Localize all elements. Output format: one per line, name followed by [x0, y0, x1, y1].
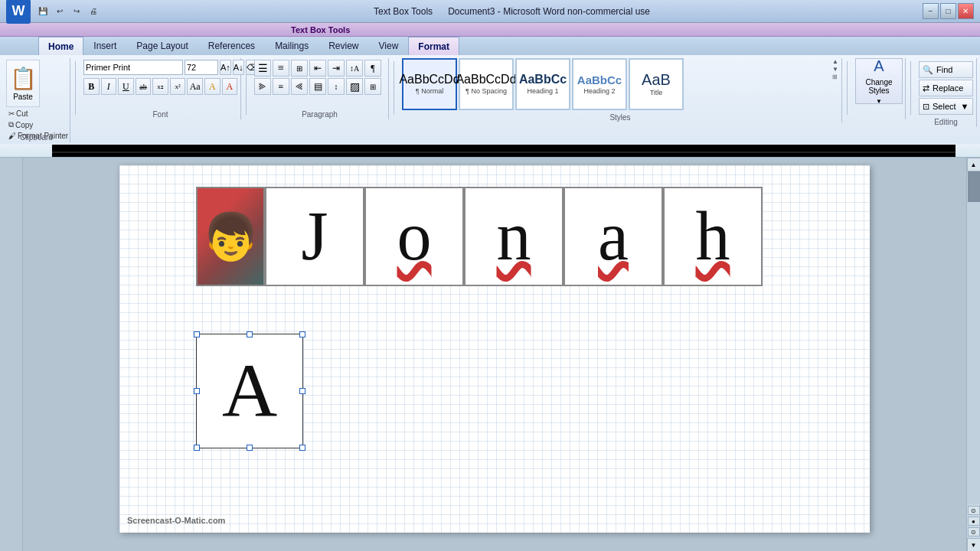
- tab-references[interactable]: References: [198, 37, 265, 55]
- tab-view[interactable]: View: [369, 37, 409, 55]
- tab-page-layout[interactable]: Page Layout: [126, 37, 198, 55]
- handle-top-center[interactable]: [247, 331, 253, 337]
- handle-top-left[interactable]: [194, 331, 200, 337]
- handle-bottom-center[interactable]: [247, 445, 253, 451]
- strikethrough-button[interactable]: ab: [136, 78, 152, 95]
- tab-insert[interactable]: Insert: [83, 37, 126, 55]
- letter-n: n: [497, 202, 531, 271]
- scroll-down-btn[interactable]: ▼: [967, 538, 981, 551]
- letter-card-o[interactable]: o: [364, 187, 464, 286]
- font-size-input[interactable]: [185, 60, 218, 75]
- justify-btn[interactable]: ▤: [309, 78, 326, 95]
- align-center-btn[interactable]: ≡: [273, 78, 289, 95]
- close-btn[interactable]: ✕: [958, 3, 974, 19]
- bold-button[interactable]: B: [83, 78, 100, 95]
- text-box-a[interactable]: A: [196, 334, 303, 448]
- shading-btn[interactable]: ▨: [346, 78, 363, 95]
- show-formatting-btn[interactable]: ¶: [364, 60, 381, 77]
- vertical-scrollbar: ▲ ⊙ ● ⊙ ▼: [966, 158, 980, 551]
- group-change-styles: A Change Styles ▼: [852, 58, 906, 119]
- prev-page-btn[interactable]: ⊙: [968, 506, 980, 515]
- copy-button[interactable]: ⧉ Copy: [6, 119, 70, 130]
- letter-o: o: [397, 202, 432, 271]
- next-page-btn[interactable]: ⊙: [968, 527, 980, 536]
- letter-card-n[interactable]: n: [464, 187, 564, 286]
- watermark: Screencast-O-Matic.com: [127, 516, 225, 525]
- cut-icon: ✂: [8, 109, 15, 118]
- scroll-thumb[interactable]: [968, 171, 980, 202]
- style-no-spacing[interactable]: AaBbCcDd ¶ No Spacing: [459, 58, 514, 110]
- letter-card-J[interactable]: J: [265, 187, 364, 286]
- sort-btn[interactable]: ↕A: [346, 60, 363, 77]
- borders-btn[interactable]: ⊞: [364, 78, 381, 95]
- align-left-btn[interactable]: ⫸: [254, 78, 271, 95]
- save-quick-btn[interactable]: 💾: [35, 5, 51, 18]
- textbox-context-bar: Text Box Tools: [0, 23, 980, 37]
- handle-middle-right[interactable]: [299, 388, 305, 394]
- letter-h: h: [696, 202, 730, 271]
- scroll-track[interactable]: [967, 171, 980, 504]
- style-title[interactable]: AaB Title: [629, 58, 684, 110]
- handle-bottom-right[interactable]: [299, 445, 305, 451]
- svg-rect-0: [52, 145, 956, 157]
- underline-button[interactable]: U: [118, 78, 134, 95]
- handle-bottom-left[interactable]: [194, 445, 200, 451]
- subscript-button[interactable]: x₂: [152, 78, 168, 95]
- heading1-preview: AaBbCc: [519, 73, 567, 86]
- tab-format[interactable]: Format: [408, 37, 459, 55]
- select-browse-btn[interactable]: ●: [968, 517, 980, 526]
- style-heading1[interactable]: AaBbCc Heading 1: [515, 58, 570, 110]
- paste-button[interactable]: 📋 Paste: [6, 60, 40, 107]
- handle-top-right[interactable]: [299, 331, 305, 337]
- font-shrink-btn[interactable]: A↓: [233, 60, 244, 75]
- heading2-preview: AaBbCc: [577, 74, 622, 86]
- decrease-indent-btn[interactable]: ⇤: [309, 60, 326, 77]
- redo-btn[interactable]: ↪: [69, 5, 84, 18]
- maximize-btn[interactable]: □: [940, 3, 956, 19]
- italic-button[interactable]: I: [101, 78, 117, 95]
- title-preview: AaB: [642, 72, 671, 87]
- font-name-input[interactable]: [83, 60, 183, 75]
- select-button[interactable]: ⊡ Select ▼: [919, 98, 973, 115]
- styles-gallery: AaBbCcDd ¶ Normal AaBbCcDd ¶ No Spacing …: [402, 58, 831, 110]
- style-heading2[interactable]: AaBbCc Heading 2: [572, 58, 627, 110]
- highlight-color-btn[interactable]: A: [204, 78, 220, 95]
- handle-middle-left[interactable]: [194, 388, 200, 394]
- align-right-btn[interactable]: ⫷: [291, 78, 308, 95]
- undo-btn[interactable]: ↩: [52, 5, 67, 18]
- titlebar-left: W 💾 ↩ ↪ 🖨: [6, 0, 101, 24]
- text-effect-btn[interactable]: Aa: [187, 78, 203, 95]
- letter-card-h[interactable]: h: [663, 187, 763, 286]
- increase-indent-btn[interactable]: ⇥: [328, 60, 345, 77]
- tab-mailings[interactable]: Mailings: [265, 37, 318, 55]
- word-icon: W: [6, 0, 31, 24]
- numbering-btn[interactable]: ≡: [273, 60, 289, 77]
- print-btn[interactable]: 🖨: [86, 5, 101, 18]
- styles-expand[interactable]: ⊞: [832, 73, 838, 80]
- font-color-btn[interactable]: A: [222, 78, 238, 95]
- styles-scroll-up[interactable]: ▲: [832, 58, 838, 65]
- letter-card-a[interactable]: a: [564, 187, 663, 286]
- group-clipboard: 📋 Paste ✂ Cut ⧉ Copy 🖌 Format Painter Cl…: [3, 58, 70, 142]
- minimize-btn[interactable]: −: [923, 3, 939, 19]
- replace-button[interactable]: ⇄ Replace: [919, 80, 973, 96]
- divider5: [910, 61, 911, 115]
- letter-a: a: [598, 202, 629, 271]
- superscript-button[interactable]: x²: [170, 78, 186, 95]
- scroll-up-btn[interactable]: ▲: [967, 158, 981, 171]
- find-button[interactable]: 🔍 Find: [919, 61, 973, 78]
- document-title: Document3 - Microsoft Word non-commercia…: [448, 6, 650, 17]
- bullets-btn[interactable]: ☰: [254, 60, 271, 77]
- style-normal[interactable]: AaBbCcDd ¶ Normal: [402, 58, 457, 110]
- cut-button[interactable]: ✂ Cut: [6, 109, 70, 119]
- textbox-tools-label: Text Box Tools: [374, 6, 433, 17]
- change-styles-button[interactable]: A Change Styles ▼: [855, 58, 903, 104]
- multilevel-btn[interactable]: ⊞: [291, 60, 308, 77]
- tab-review[interactable]: Review: [318, 37, 368, 55]
- styles-scroll-down[interactable]: ▼: [832, 66, 838, 73]
- change-styles-arrow: ▼: [876, 98, 882, 105]
- line-spacing-btn[interactable]: ↕: [328, 78, 345, 95]
- document-area[interactable]: J o n a h A: [23, 158, 966, 551]
- font-grow-btn[interactable]: A↑: [220, 60, 231, 75]
- tab-home[interactable]: Home: [38, 37, 83, 55]
